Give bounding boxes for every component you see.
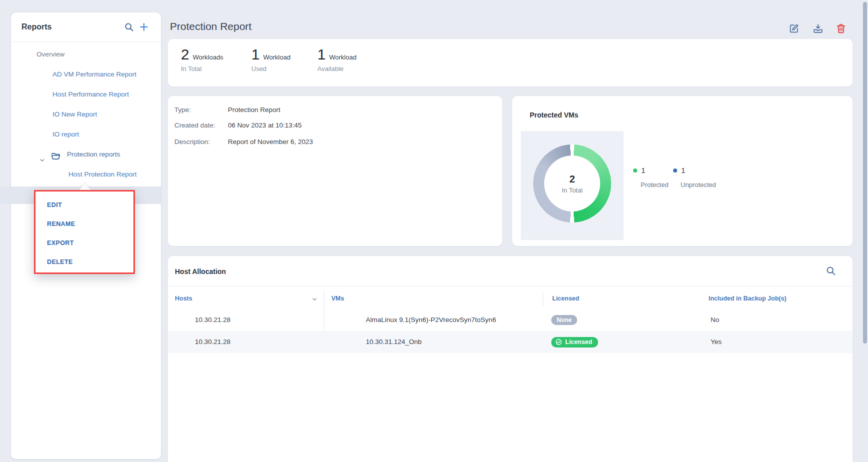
stat-available-workloads: 1 Workload Available bbox=[317, 46, 356, 72]
edit-icon[interactable] bbox=[789, 23, 800, 34]
legend-label: Unprotected bbox=[681, 181, 716, 188]
cell-included-in-backup: No bbox=[711, 309, 719, 331]
sidebar-title: Reports bbox=[21, 12, 51, 42]
stat-caption: In Total bbox=[181, 65, 223, 72]
menu-item-export[interactable]: EXPORT bbox=[35, 234, 133, 252]
column-header-vms[interactable]: VMs bbox=[331, 294, 344, 302]
table-row[interactable]: 10.30.21.28 10.30.31.124_Onb Licensed Ye… bbox=[168, 331, 853, 353]
detail-row-created-date: Created date: 06 Nov 2023 at 10:13:45 bbox=[174, 120, 302, 130]
detail-label: Created date: bbox=[174, 120, 228, 130]
stat-total-workloads: 2 Workloads In Total bbox=[181, 46, 223, 72]
export-download-icon[interactable] bbox=[813, 23, 824, 34]
stat-value: 1 bbox=[317, 46, 326, 63]
sidebar-item-io-report[interactable]: IO report bbox=[11, 124, 161, 144]
detail-label: Description: bbox=[174, 137, 228, 147]
protected-vms-card: Protected VMs 2 In Total 1 Protected 1 U… bbox=[512, 96, 853, 246]
cell-vm: 10.30.31.124_Onb bbox=[366, 331, 422, 353]
chevron-down-icon[interactable] bbox=[39, 152, 45, 158]
donut-total-label: In Total bbox=[562, 186, 583, 194]
stat-value: 2 bbox=[181, 46, 189, 63]
stat-caption: Available bbox=[317, 65, 356, 72]
detail-row-description: Description: Report of November 6, 2023 bbox=[174, 137, 313, 147]
stat-used-workloads: 1 Workload Used bbox=[251, 46, 290, 72]
detail-value: 06 Nov 2023 at 10:13:45 bbox=[228, 120, 302, 130]
vertical-scrollbar-thumb[interactable] bbox=[863, 2, 867, 344]
table-row[interactable]: 10.30.21.28 AlmaLinux 9.1(Syn6)-P2Vrecov… bbox=[168, 309, 853, 331]
donut-total-value: 2 bbox=[569, 174, 575, 185]
sidebar-item-io-new-report[interactable]: IO New Report bbox=[11, 104, 161, 124]
status-badge-none: None bbox=[551, 315, 577, 325]
donut-chart-panel: 2 In Total bbox=[521, 131, 624, 240]
workloads-summary-card: 2 Workloads In Total 1 Workload Used 1 W… bbox=[168, 39, 853, 86]
trash-icon[interactable] bbox=[836, 23, 847, 34]
stat-value: 1 bbox=[251, 46, 260, 63]
host-allocation-title: Host Allocation bbox=[175, 268, 226, 276]
protected-vms-donut-chart: 2 In Total bbox=[533, 144, 611, 222]
cell-host: 10.30.21.28 bbox=[195, 309, 230, 331]
column-header-included-in-backup-jobs[interactable]: Included in Backup Job(s) bbox=[709, 294, 787, 302]
legend-dot-protected bbox=[633, 168, 637, 172]
legend-label: Protected bbox=[641, 181, 669, 188]
report-context-menu: EDIT RENAME EXPORT DELETE bbox=[34, 190, 135, 274]
host-allocation-divider bbox=[168, 286, 853, 286]
cell-included-in-backup: Yes bbox=[711, 331, 722, 353]
column-header-hosts[interactable]: Hosts bbox=[175, 294, 192, 302]
menu-item-rename[interactable]: RENAME bbox=[35, 214, 133, 234]
sidebar-item-host-performance-report[interactable]: Host Performance Report bbox=[11, 84, 161, 104]
protected-vms-title: Protected VMs bbox=[530, 111, 578, 119]
detail-value: Report of November 6, 2023 bbox=[228, 137, 313, 147]
column-divider bbox=[543, 292, 543, 306]
menu-item-edit[interactable]: EDIT bbox=[35, 196, 133, 214]
detail-label: Type: bbox=[174, 105, 228, 115]
sidebar-item-ad-vm-performance-report[interactable]: AD VM Performance Report bbox=[11, 64, 161, 84]
detail-value: Protection Report bbox=[228, 105, 280, 115]
status-badge-licensed: Licensed bbox=[551, 337, 598, 348]
legend-dot-unprotected bbox=[673, 168, 677, 172]
column-header-licensed[interactable]: Licensed bbox=[552, 294, 579, 302]
stat-unit: Workload bbox=[263, 54, 291, 61]
detail-row-type: Type: Protection Report bbox=[174, 105, 280, 115]
legend-value: 1 bbox=[681, 166, 685, 174]
stat-unit: Workload bbox=[329, 54, 357, 61]
host-allocation-card: Host Allocation Hosts VMs Licensed Inclu… bbox=[168, 256, 853, 462]
stat-unit: Workloads bbox=[193, 54, 223, 61]
sidebar-divider bbox=[11, 42, 161, 42]
page-title: Protection Report bbox=[170, 20, 251, 32]
chevron-down-icon[interactable] bbox=[311, 296, 318, 302]
check-circle-icon bbox=[555, 338, 562, 346]
folder-open-icon bbox=[50, 150, 61, 160]
legend-item-protected: 1 Protected bbox=[633, 166, 669, 188]
cell-host: 10.30.21.28 bbox=[195, 331, 230, 353]
cell-licensed: None bbox=[551, 309, 577, 331]
app-root: Reports Overview AD VM Performance Repor… bbox=[0, 0, 868, 462]
legend-item-unprotected: 1 Unprotected bbox=[673, 166, 716, 188]
report-details-card: Type: Protection Report Created date: 06… bbox=[168, 96, 502, 246]
add-report-icon[interactable] bbox=[139, 22, 149, 32]
search-icon[interactable] bbox=[124, 22, 134, 32]
cell-vm: AlmaLinux 9.1(Syn6)-P2VrecovSyn7toSyn6 bbox=[366, 309, 496, 331]
search-icon[interactable] bbox=[826, 266, 836, 276]
stat-caption: Used bbox=[251, 65, 290, 72]
sidebar-item-host-protection-report[interactable]: Host Protection Report bbox=[11, 164, 161, 184]
badge-label: Licensed bbox=[565, 338, 592, 346]
cell-licensed: Licensed bbox=[551, 331, 598, 353]
sidebar-header: Reports bbox=[11, 12, 161, 42]
menu-item-delete[interactable]: DELETE bbox=[35, 252, 133, 272]
sidebar-item-label: Protection reports bbox=[11, 144, 161, 164]
legend-value: 1 bbox=[641, 166, 645, 174]
donut-center: 2 In Total bbox=[544, 156, 600, 212]
sidebar-item-protection-reports-folder[interactable]: Protection reports bbox=[11, 144, 161, 164]
sidebar-item-overview[interactable]: Overview bbox=[11, 44, 161, 64]
